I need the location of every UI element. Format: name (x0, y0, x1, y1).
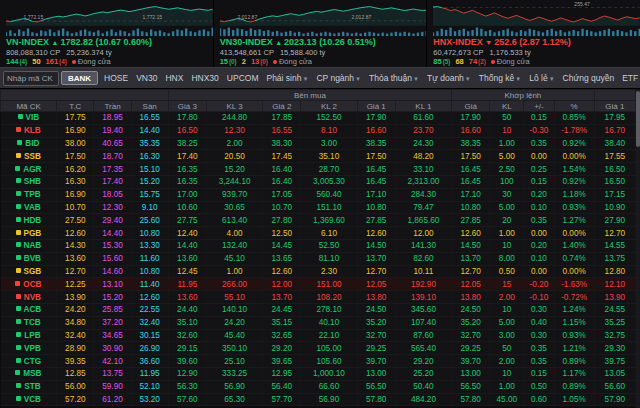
index-value-traded: 25,236.374 tỷ (66, 48, 111, 57)
tab-etf[interactable]: ETF (618, 71, 640, 85)
index-title-vn30-index: VN30-INDEX ▲ 2023.13 (10.26 0.51%) (220, 37, 427, 48)
stock-row-SHB[interactable]: SHB16.3017.4015.2016.353,244.1016.403,00… (1, 175, 636, 188)
stock-row-VPB[interactable]: VPB28.9030.9026.9029.15350.1029.20105.00… (1, 342, 636, 355)
session-status-label: Đóng cửa (497, 57, 530, 66)
tab-vn30[interactable]: VN30 (132, 71, 161, 85)
index-panel-vn-index[interactable]: 1,772.151,772.15VN-INDEX ▲ 1782.82 (10.6… (0, 0, 214, 67)
active-filter-chip[interactable]: BANK (61, 71, 98, 85)
ceiling-count: (4) (20, 58, 28, 65)
column-header-2[interactable]: Trần (94, 101, 131, 112)
cell-change: -0.10 (524, 291, 554, 304)
stock-row-NVB[interactable]: NVB13.9015.2012.6013.6055.1013.70108.201… (1, 291, 636, 304)
cell-bid-price-2: 17.45 (263, 150, 301, 163)
index-panel-vn30-index[interactable]: 2,012.872,012.87VN30-INDEX ▲ 2023.13 (10… (214, 0, 428, 67)
tab-phai-sinh[interactable]: Phái sinh▼ (262, 71, 312, 85)
stock-row-NAB[interactable]: NAB14.3015.3013.3014.40132.4014.4552.501… (1, 239, 636, 252)
stock-row-MSB[interactable]: MSB12.8513.7511.9512.90333.2512.951,000.… (1, 367, 636, 380)
tab-chung-quyen[interactable]: Chứng quyền (559, 71, 619, 85)
tab-cp-nganh[interactable]: CP ngành▼ (312, 71, 365, 85)
cell-match-price: 16.60 (452, 124, 490, 137)
column-header-14[interactable]: Giá 1 (594, 101, 635, 112)
column-header-5[interactable]: KL 3 (206, 101, 262, 112)
stock-status-icon (16, 268, 21, 273)
stock-row-LPB[interactable]: LPB32.4034.6530.1532.6045.4032.6522.1032… (1, 329, 636, 342)
ceiling-count: (5) (443, 58, 451, 65)
cell-match-vol: 1.00 (490, 137, 524, 150)
cell-bid-vol-2: 2.30 (301, 265, 357, 278)
tab-hose[interactable]: HOSE (100, 71, 132, 85)
index-volume-line: 413,548,661 CP15,588.400 tỷ (220, 48, 427, 57)
tab-hnx[interactable]: HNX (161, 71, 187, 85)
stock-row-CTG[interactable]: CTG39.3542.1036.6039.6025.1039.65105.603… (1, 355, 636, 368)
stock-row-SGB[interactable]: SGB12.7014.6010.8012.451.0012.602.3012.7… (1, 265, 636, 278)
index-value: 252.6 (494, 37, 519, 47)
cell-ask-price-1: 17.55 (594, 150, 635, 163)
column-header-11[interactable]: KL (490, 101, 524, 112)
cell-bid-price-2: 56.40 (263, 380, 301, 393)
column-header-7[interactable]: KL 2 (301, 101, 357, 112)
cell-floor-price: 10.80 (131, 265, 168, 278)
cell-ceiling-price: 14.60 (94, 265, 131, 278)
cell-bid-vol-1: 82.60 (395, 252, 451, 265)
stock-row-STB[interactable]: STB56.0059.9052.1056.3056.9056.4066.6056… (1, 380, 636, 393)
cell-match-vol: 100 (490, 175, 524, 188)
column-header-0[interactable]: Mã CK (1, 101, 57, 112)
stock-row-AGR[interactable]: AGR16.2017.3515.1016.3515.2016.4028.7016… (1, 163, 636, 176)
column-header-13[interactable]: % (554, 101, 594, 112)
cell-match-vol: 10 (490, 303, 524, 316)
column-header-1[interactable]: T.C (57, 101, 94, 112)
stock-row-VIB[interactable]: VIB17.7518.9516.5517.80244.8017.85152.50… (1, 112, 636, 125)
stock-ticker: VAB (24, 203, 41, 212)
cell-ticker: HDB (1, 214, 57, 227)
column-header-12[interactable]: +/- (524, 101, 554, 112)
stock-row-VCB[interactable]: VCB57.2061.2053.2057.6065.3057.7056.9057… (1, 393, 636, 406)
cell-bid-vol-1: 79.47 (395, 201, 451, 214)
column-header-6[interactable]: Giá 2 (263, 101, 301, 112)
cell-ticker: TCB (1, 316, 57, 329)
cell-bid-price-3: 56.30 (168, 380, 206, 393)
cell-match-vol: 5.00 (490, 150, 524, 163)
scrollbar-thumb[interactable] (636, 91, 640, 147)
stock-row-KLB[interactable]: KLB16.9019.4014.4016.5012.3016.558.1016.… (1, 124, 636, 137)
column-header-3[interactable]: Sàn (131, 101, 168, 112)
cell-change: 0.50 (524, 380, 554, 393)
tab-tu-doanh[interactable]: Tự doanh▼ (423, 71, 475, 85)
stock-ticker: HDB (24, 216, 42, 225)
stock-row-PGB[interactable]: PGB12.6014.4010.8012.404.0012.506.1012.6… (1, 227, 636, 240)
index-panel-hnx-index[interactable]: 255.47HNX-INDEX ▼ 252.6 (2.87 1.12%)60,4… (427, 0, 640, 67)
search-input[interactable] (3, 71, 59, 86)
stock-row-BID[interactable]: BID38.0040.6535.3538.252.0038.303.0038.3… (1, 137, 636, 150)
cell-ticker: VAB (1, 201, 57, 214)
stock-row-ACB[interactable]: ACB24.2025.8522.5524.40140.1024.45278.10… (1, 303, 636, 316)
stock-row-BVB[interactable]: BVB13.6015.6011.6013.6045.1013.6581.1013… (1, 252, 636, 265)
tab-thong-ke[interactable]: Thống kê▼ (475, 71, 525, 85)
column-header-8[interactable]: Giá 1 (357, 101, 395, 112)
tab-thoa-thuan[interactable]: Thỏa thuận▼ (365, 71, 423, 85)
cell-match-vol: 50 (490, 112, 524, 125)
cell-ceiling-price: 40.65 (94, 137, 131, 150)
cell-floor-price: 53.20 (131, 393, 168, 406)
cell-bid-price-2: 12.50 (263, 227, 301, 240)
column-header-9[interactable]: KL 1 (395, 101, 451, 112)
stock-row-VAB[interactable]: VAB10.7012.309.1010.6030.6510.70151.1010… (1, 201, 636, 214)
stock-row-TCB[interactable]: TCB34.8037.2032.4035.1024.2035.1540.1035… (1, 316, 636, 329)
ref-price-label: 1,772.15 (142, 14, 162, 20)
cell-bid-price-3: 12.45 (168, 265, 206, 278)
tab-lo-le[interactable]: Lô lẻ▼ (525, 71, 558, 85)
stock-row-HDB[interactable]: HDB27.5029.4025.6027.75613.4027.801,369.… (1, 214, 636, 227)
column-header-10[interactable]: Giá (452, 101, 490, 112)
cell-bid-price-1: 17.10 (357, 188, 395, 201)
cell-ticker: OCB (1, 278, 57, 291)
tab-label: Thống kê (479, 73, 514, 83)
stock-row-OCB[interactable]: OCB12.2513.1011.4011.95266.0012.00151.00… (1, 278, 636, 291)
cell-ceiling-price: 42.10 (94, 355, 131, 368)
stock-row-TPB[interactable]: TPB16.9018.0515.7517.00939.7017.05560.40… (1, 188, 636, 201)
tab-hnx30[interactable]: HNX30 (187, 71, 222, 85)
tab-label: HNX (165, 73, 183, 83)
cell-change-pct: 0.93% (554, 201, 594, 214)
cell-ask-price-1: 16.50 (594, 175, 635, 188)
tab-strip: HOSEVN30HNXHNX30UPCOMPhái sinh▼CP ngành▼… (100, 71, 640, 85)
tab-upcom[interactable]: UPCOM (223, 71, 263, 85)
stock-row-SSB[interactable]: SSB17.5018.7016.3017.4020.5017.4535.1017… (1, 150, 636, 163)
column-header-4[interactable]: Giá 3 (168, 101, 206, 112)
